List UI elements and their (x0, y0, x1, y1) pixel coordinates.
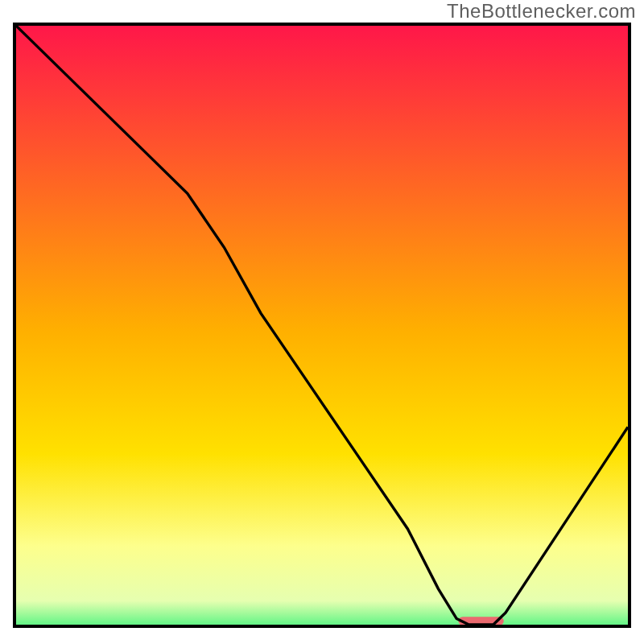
chart-lines (16, 26, 628, 625)
chart-container: TheBottlenecker.com (0, 0, 644, 644)
plot-area (13, 23, 631, 628)
watermark: TheBottlenecker.com (447, 0, 636, 23)
curve (16, 26, 628, 625)
